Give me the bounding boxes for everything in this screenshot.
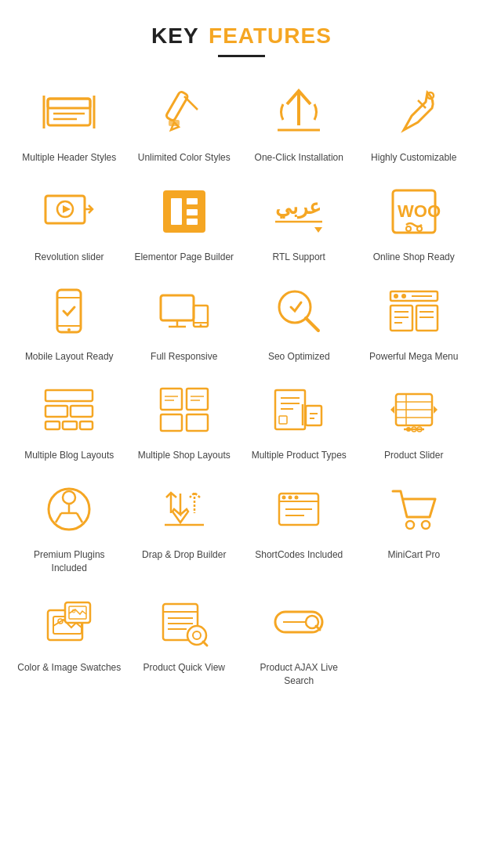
revolution-slider-icon (38, 180, 100, 243)
feature-shortcodes-included: ShortCodes Included (245, 478, 353, 575)
unlimited-color-styles-icon (153, 81, 216, 143)
feature-seo-optimized: Seo Optimized (245, 280, 353, 363)
product-slider-label: Product Slider (384, 449, 443, 462)
multiple-blog-layouts-label: Multiple Blog Layouts (24, 449, 114, 462)
features-grid: Multiple Header Styles Unlimited Color S… (16, 81, 467, 687)
feature-minicart-pro: MiniCart Pro (361, 478, 468, 575)
svg-line-116 (316, 626, 320, 630)
feature-drag-drop-builder: Drap & Drop Builder (131, 478, 238, 575)
feature-unlimited-color-styles: Unlimited Color Styles (131, 81, 238, 165)
product-slider-icon (383, 378, 445, 441)
feature-premium-plugins-included: Premium Plugins Included (16, 478, 123, 575)
svg-rect-69 (279, 416, 287, 424)
one-click-installation-label: One-Click Installation (255, 151, 343, 165)
title-features: FEATURES (209, 24, 332, 48)
svg-rect-58 (187, 389, 208, 410)
elementor-page-builder-label: Elementor Page Builder (134, 251, 234, 264)
feature-product-ajax-live-search: Product AJAX Live Search (245, 591, 353, 688)
svg-point-84 (63, 491, 75, 504)
svg-line-87 (56, 513, 61, 523)
online-shop-ready-label: Online Shop Ready (373, 251, 455, 264)
product-quick-view-icon (153, 591, 216, 653)
feature-color-image-swatches: Color & Image Swatches (16, 591, 123, 688)
drag-drop-builder-label: Drap & Drop Builder (142, 548, 226, 562)
svg-line-112 (203, 642, 207, 646)
feature-online-shop-ready: WOO Online Shop Ready (361, 180, 468, 264)
svg-rect-1 (48, 99, 90, 108)
feature-product-slider: Product Slider (361, 378, 468, 462)
svg-point-95 (289, 496, 292, 500)
title-underline (218, 55, 265, 57)
minicart-pro-label: MiniCart Pro (387, 548, 440, 562)
svg-text:WOO: WOO (398, 201, 441, 221)
svg-rect-20 (187, 219, 198, 225)
svg-text:عربي: عربي (275, 195, 321, 219)
highly-customizable-label: Highly Customizable (371, 151, 456, 165)
multiple-blog-layouts-icon (38, 378, 100, 441)
feature-multiple-product-types: Multiple Product Types (245, 378, 353, 462)
rtl-support-label: RTL Support (273, 251, 325, 264)
multiple-header-styles-label: Multiple Header Styles (22, 151, 116, 165)
svg-rect-60 (187, 414, 208, 431)
feature-revolution-slider: Revolution slider (16, 180, 123, 264)
elementor-page-builder-icon (153, 180, 216, 243)
svg-point-80 (406, 427, 411, 432)
premium-plugins-included-icon (38, 478, 100, 541)
svg-rect-57 (161, 389, 182, 410)
unlimited-color-styles-label: Unlimited Color Styles (138, 151, 231, 165)
premium-plugins-included-label: Premium Plugins Included (16, 548, 123, 575)
title-key: KEY (151, 24, 199, 48)
svg-point-98 (422, 521, 430, 529)
svg-rect-56 (80, 421, 93, 429)
svg-rect-55 (63, 421, 77, 429)
feature-highly-customizable: Highly Customizable (361, 81, 468, 165)
multiple-product-types-icon (267, 378, 330, 441)
svg-point-94 (282, 496, 286, 500)
mobile-layout-ready-label: Mobile Layout Ready (25, 350, 114, 363)
svg-rect-18 (187, 198, 198, 204)
svg-rect-8 (169, 120, 180, 126)
svg-rect-54 (45, 421, 60, 429)
highly-customizable-icon (383, 81, 445, 143)
svg-rect-52 (45, 406, 67, 417)
svg-point-25 (406, 226, 411, 231)
svg-rect-19 (187, 209, 198, 215)
svg-rect-71 (306, 406, 321, 425)
feature-powerful-mega-menu: Powerful Mega Menu (361, 280, 468, 363)
seo-optimized-icon (267, 280, 330, 342)
mobile-layout-ready-icon (38, 280, 100, 342)
feature-multiple-header-styles: Multiple Header Styles (16, 81, 123, 165)
svg-line-88 (77, 513, 82, 523)
multiple-header-styles-icon (38, 81, 100, 143)
shortcodes-included-label: ShortCodes Included (255, 548, 343, 562)
svg-rect-59 (161, 414, 182, 431)
svg-line-39 (306, 318, 318, 331)
one-click-installation-icon (267, 81, 330, 143)
multiple-shop-layouts-icon (153, 378, 216, 441)
svg-rect-53 (71, 406, 93, 417)
color-image-swatches-label: Color & Image Swatches (17, 661, 121, 675)
feature-multiple-blog-layouts: Multiple Blog Layouts (16, 378, 123, 462)
feature-product-quick-view: Product Quick View (131, 591, 238, 688)
svg-rect-0 (48, 99, 90, 125)
seo-optimized-label: Seo Optimized (268, 350, 330, 363)
svg-point-41 (394, 294, 398, 298)
minicart-pro-icon (383, 478, 445, 541)
product-ajax-live-search-label: Product AJAX Live Search (245, 661, 353, 688)
product-ajax-live-search-icon (267, 591, 330, 653)
feature-one-click-installation: One-Click Installation (245, 81, 353, 165)
feature-mobile-layout-ready: Mobile Layout Ready (16, 280, 123, 363)
svg-line-7 (184, 96, 198, 110)
powerful-mega-menu-icon (383, 280, 445, 342)
svg-rect-31 (161, 295, 194, 320)
page-title: KEY FEATURES (16, 24, 467, 49)
svg-point-97 (406, 521, 414, 529)
multiple-product-types-label: Multiple Product Types (252, 449, 347, 462)
feature-elementor-page-builder: Elementor Page Builder (131, 180, 238, 264)
svg-point-30 (67, 328, 71, 331)
svg-point-26 (417, 226, 422, 231)
feature-multiple-shop-layouts: Multiple Shop Layouts (131, 378, 238, 462)
full-responsive-icon (153, 280, 216, 342)
svg-rect-17 (171, 198, 182, 225)
svg-rect-16 (163, 190, 205, 233)
